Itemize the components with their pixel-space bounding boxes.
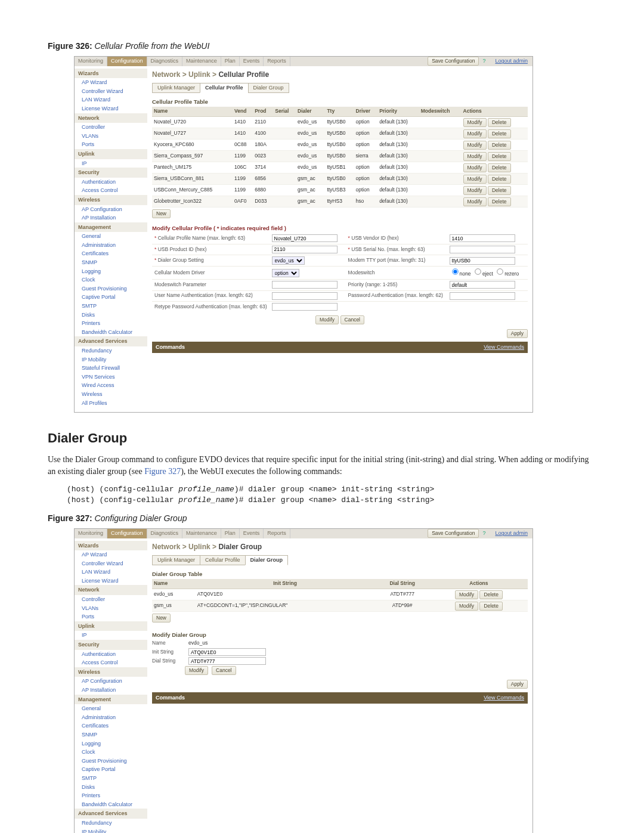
sidebar-item-ap-configuration[interactable]: AP Configuration <box>75 205 147 214</box>
subtab-dialer-group[interactable]: Dialer Group <box>248 83 289 93</box>
sidebar-item-bandwidth-calculator[interactable]: Bandwidth Calculator <box>75 328 147 337</box>
logout-link[interactable]: Logout admin <box>495 529 528 537</box>
subtab-uplink-manager[interactable]: Uplink Manager <box>152 83 200 93</box>
top-tab-maintenance[interactable]: Maintenance <box>182 57 221 66</box>
sidebar-item-certificates[interactable]: Certificates <box>75 721 147 730</box>
modify-button[interactable]: Modify <box>455 590 478 599</box>
sidebar-item-administration[interactable]: Administration <box>75 241 147 250</box>
sidebar-item-clock[interactable]: Clock <box>75 275 147 284</box>
sidebar-item-guest-provisioning[interactable]: Guest Provisioning <box>75 757 147 766</box>
sidebar-item-logging[interactable]: Logging <box>75 267 147 276</box>
subtab-cellular-profile[interactable]: Cellular Profile <box>200 555 246 565</box>
help-icon[interactable]: ? <box>482 57 485 65</box>
sidebar-item-printers[interactable]: Printers <box>75 791 147 800</box>
delete-button[interactable]: Delete <box>488 152 511 161</box>
sidebar-item-ip-mobility[interactable]: IP Mobility <box>75 828 147 833</box>
logout-link[interactable]: Logout admin <box>495 57 528 65</box>
sidebar-item-ports[interactable]: Ports <box>75 612 147 621</box>
sidebar-item-bandwidth-calculator[interactable]: Bandwidth Calculator <box>75 800 147 809</box>
sidebar-item-license-wizard[interactable]: License Wizard <box>75 577 147 586</box>
sidebar-item-guest-provisioning[interactable]: Guest Provisioning <box>75 284 147 293</box>
sidebar-item-redundancy[interactable]: Redundancy <box>75 819 147 828</box>
sidebar-item-logging[interactable]: Logging <box>75 739 147 748</box>
sidebar-item-redundancy[interactable]: Redundancy <box>75 346 147 355</box>
sidebar-item-authentication[interactable]: Authentication <box>75 650 147 659</box>
sidebar-item-smtp[interactable]: SMTP <box>75 302 147 311</box>
sidebar-item-administration[interactable]: Administration <box>75 713 147 722</box>
delete-button[interactable]: Delete <box>488 175 511 184</box>
sidebar-item-snmp[interactable]: SNMP <box>75 730 147 739</box>
sidebar-item-certificates[interactable]: Certificates <box>75 249 147 258</box>
sidebar-item-controller-wizard[interactable]: Controller Wizard <box>75 559 147 568</box>
top-tab-diagnostics[interactable]: Diagnostics <box>147 529 183 538</box>
save-config-button[interactable]: Save Configuration <box>428 57 479 66</box>
top-tab-diagnostics[interactable]: Diagnostics <box>147 57 183 66</box>
modify-button[interactable]: Modify <box>463 118 487 127</box>
cancel-button[interactable]: Cancel <box>212 666 236 675</box>
sidebar-item-captive-portal[interactable]: Captive Portal <box>75 765 147 774</box>
sidebar-item-smtp[interactable]: SMTP <box>75 774 147 783</box>
sidebar-item-ap-wizard[interactable]: AP Wizard <box>75 78 147 87</box>
sidebar-item-vlans[interactable]: VLANs <box>75 132 147 141</box>
usb-serial-input[interactable] <box>450 246 515 253</box>
sidebar-item-ports[interactable]: Ports <box>75 140 147 149</box>
view-commands-link[interactable]: View Commands <box>484 694 524 702</box>
delete-button[interactable]: Delete <box>488 186 511 195</box>
subtab-cellular-profile[interactable]: Cellular Profile <box>200 83 249 93</box>
delete-button[interactable]: Delete <box>488 118 511 127</box>
modify-button[interactable]: Modify <box>463 129 487 138</box>
delete-button[interactable]: Delete <box>488 197 511 206</box>
view-commands-link[interactable]: View Commands <box>484 343 524 351</box>
sidebar-item-vpn-services[interactable]: VPN Services <box>75 373 147 382</box>
sidebar-item-lan-wizard[interactable]: LAN Wizard <box>75 568 147 577</box>
sidebar-item-vlans[interactable]: VLANs <box>75 604 147 613</box>
priority-input[interactable] <box>450 281 515 289</box>
sidebar-item-ip[interactable]: IP <box>75 631 147 640</box>
sidebar-item-access-control[interactable]: Access Control <box>75 658 147 667</box>
top-tab-reports[interactable]: Reports <box>264 57 290 66</box>
top-tab-reports[interactable]: Reports <box>264 529 290 538</box>
figure-327-link[interactable]: Figure 327 <box>144 467 181 476</box>
modify-button[interactable]: Modify <box>455 602 478 611</box>
sidebar-item-captive-portal[interactable]: Captive Portal <box>75 293 147 302</box>
sidebar-item-wired-access[interactable]: Wired Access <box>75 381 147 390</box>
sidebar-item-controller-wizard[interactable]: Controller Wizard <box>75 87 147 96</box>
usb-product-input[interactable] <box>272 246 338 253</box>
sidebar-item-printers[interactable]: Printers <box>75 319 147 328</box>
delete-button[interactable]: Delete <box>488 141 511 150</box>
pwd-auth-input[interactable] <box>450 292 515 300</box>
driver-select[interactable]: option <box>272 269 299 277</box>
sidebar-item-ap-wizard[interactable]: AP Wizard <box>75 550 147 559</box>
new-button[interactable]: New <box>152 209 171 218</box>
modify-button[interactable]: Modify <box>463 141 487 150</box>
sidebar-item-wireless[interactable]: Wireless <box>75 390 147 399</box>
subtab-dialer-group[interactable]: Dialer Group <box>245 555 289 565</box>
top-tab-events[interactable]: Events <box>240 57 264 66</box>
subtab-uplink-manager[interactable]: Uplink Manager <box>152 555 200 565</box>
top-tab-plan[interactable]: Plan <box>221 57 240 66</box>
sidebar-item-general[interactable]: General <box>75 704 147 713</box>
retype-pwd-input[interactable] <box>272 303 338 311</box>
sidebar-item-controller[interactable]: Controller <box>75 595 147 604</box>
sidebar-item-disks[interactable]: Disks <box>75 783 147 792</box>
sidebar-item-ip-mobility[interactable]: IP Mobility <box>75 355 147 364</box>
modeswitch-param-input[interactable] <box>272 281 338 289</box>
top-tab-monitoring[interactable]: Monitoring <box>75 57 107 66</box>
profile-name-input[interactable] <box>272 234 338 242</box>
sidebar-item-clock[interactable]: Clock <box>75 748 147 757</box>
sidebar-item-ip[interactable]: IP <box>75 159 147 168</box>
modeswitch-radios[interactable]: none eject rezero <box>447 267 528 280</box>
top-tab-maintenance[interactable]: Maintenance <box>182 529 221 538</box>
sidebar-item-authentication[interactable]: Authentication <box>75 178 147 187</box>
usb-vendor-input[interactable] <box>450 234 515 242</box>
apply-button[interactable]: Apply <box>507 329 528 338</box>
top-tab-monitoring[interactable]: Monitoring <box>75 529 107 538</box>
delete-button[interactable]: Delete <box>479 602 503 611</box>
sidebar-item-ap-configuration[interactable]: AP Configuration <box>75 677 147 686</box>
top-tab-configuration[interactable]: Configuration <box>107 529 147 538</box>
sidebar-item-ap-installation[interactable]: AP Installation <box>75 686 147 695</box>
save-config-button[interactable]: Save Configuration <box>428 529 479 538</box>
apply-button[interactable]: Apply <box>507 680 528 689</box>
top-tab-configuration[interactable]: Configuration <box>107 57 147 66</box>
modem-tty-input[interactable] <box>450 257 515 265</box>
